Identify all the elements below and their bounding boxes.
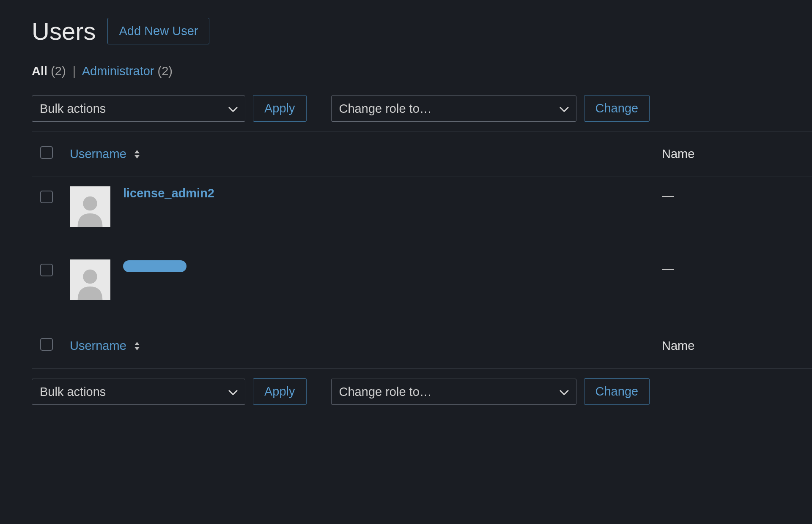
bulk-actions-select-wrap-bottom: Bulk actions xyxy=(32,379,245,405)
column-name-label: Name xyxy=(653,131,812,177)
svg-point-1 xyxy=(83,270,97,284)
svg-point-0 xyxy=(83,196,97,211)
filter-administrator-count: (2) xyxy=(158,64,173,78)
column-username-label-bottom: Username xyxy=(70,339,126,353)
page-title: Users xyxy=(32,17,96,45)
page-header: Users Add New User xyxy=(32,17,812,45)
column-username-label: Username xyxy=(70,147,126,161)
bulk-actions-select[interactable]: Bulk actions xyxy=(32,96,245,122)
user-name-cell: — xyxy=(653,250,812,323)
user-name-cell: — xyxy=(653,177,812,250)
add-new-user-button[interactable]: Add New User xyxy=(107,18,209,44)
filter-links: All (2) | Administrator (2) xyxy=(32,64,812,78)
filter-separator: | xyxy=(73,64,76,78)
change-button-bottom[interactable]: Change xyxy=(584,378,650,405)
row-checkbox[interactable] xyxy=(40,264,53,276)
apply-button-bottom[interactable]: Apply xyxy=(253,378,307,405)
username-link-redacted[interactable] xyxy=(123,260,187,272)
bulk-actions-select-bottom[interactable]: Bulk actions xyxy=(32,379,245,405)
column-username-sort-bottom[interactable]: Username xyxy=(70,339,645,353)
table-row: — xyxy=(32,250,812,323)
avatar xyxy=(70,259,110,300)
bulk-actions-bottom: Bulk actions Apply Change role to… Chang… xyxy=(32,378,812,405)
table-row: license_admin2— xyxy=(32,177,812,250)
avatar xyxy=(70,186,110,227)
change-button-top[interactable]: Change xyxy=(584,95,650,122)
apply-button-top[interactable]: Apply xyxy=(253,95,307,122)
sort-icon xyxy=(133,149,141,159)
column-name-label-bottom: Name xyxy=(653,323,812,369)
bulk-actions-top: Bulk actions Apply Change role to… Chang… xyxy=(32,95,812,122)
row-checkbox[interactable] xyxy=(40,191,53,203)
select-all-checkbox-bottom[interactable] xyxy=(40,338,53,351)
filter-all-count: (2) xyxy=(51,64,66,78)
change-role-select-wrap-bottom: Change role to… xyxy=(331,379,576,405)
username-link[interactable]: license_admin2 xyxy=(123,186,214,200)
select-all-checkbox-top[interactable] xyxy=(40,146,53,159)
change-role-select-wrap: Change role to… xyxy=(331,96,576,122)
users-table: Username Name license_admin2—— Username xyxy=(32,131,812,369)
table-header-row: Username Name xyxy=(32,131,812,177)
change-role-select[interactable]: Change role to… xyxy=(331,96,576,122)
sort-icon xyxy=(133,341,141,351)
bulk-actions-select-wrap: Bulk actions xyxy=(32,96,245,122)
filter-all-label[interactable]: All xyxy=(32,64,47,78)
column-username-sort[interactable]: Username xyxy=(70,147,645,161)
table-footer-row: Username Name xyxy=(32,323,812,369)
filter-administrator-link[interactable]: Administrator xyxy=(82,64,154,78)
change-role-select-bottom[interactable]: Change role to… xyxy=(331,379,576,405)
